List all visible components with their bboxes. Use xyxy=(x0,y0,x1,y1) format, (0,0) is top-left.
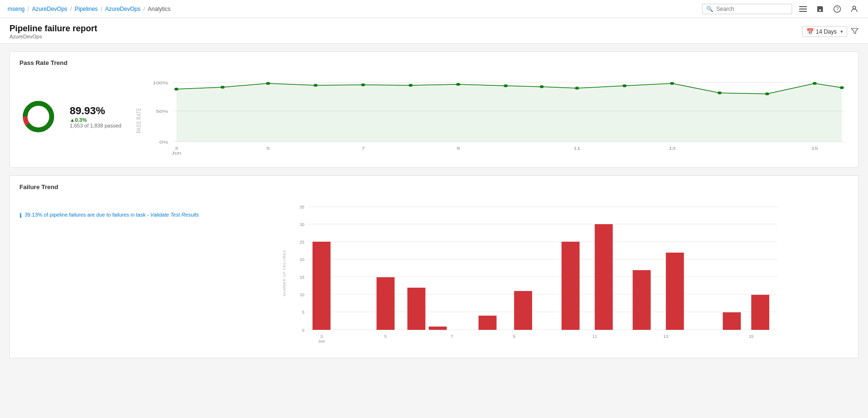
svg-point-18 xyxy=(266,82,270,85)
search-input[interactable] xyxy=(716,6,788,12)
svg-text:0%: 0% xyxy=(159,140,168,145)
sep3: / xyxy=(101,6,102,12)
svg-text:13: 13 xyxy=(664,334,668,339)
line-chart-area: PASS RATE 100% 50% 0% xyxy=(136,73,849,160)
svg-text:0: 0 xyxy=(302,328,305,333)
bar-day14 xyxy=(723,312,741,330)
svg-point-25 xyxy=(575,87,579,90)
svg-text:9: 9 xyxy=(513,334,516,339)
svg-text:50%: 50% xyxy=(156,109,168,114)
bar-day6c xyxy=(429,327,447,330)
bar-chart-left: ℹ 39.13% of pipeline failures are due to… xyxy=(19,197,199,219)
failure-trend-title: Failure Trend xyxy=(19,183,849,191)
rate-info: 89.93% ▲0.3% 1,653 of 1,838 passed xyxy=(70,105,121,128)
filter-button[interactable] xyxy=(851,27,859,36)
save-icon-button[interactable] xyxy=(814,4,826,14)
list-icon xyxy=(799,5,807,13)
svg-text:10: 10 xyxy=(300,292,305,297)
calendar-icon: 📅 xyxy=(806,28,814,35)
svg-text:?: ? xyxy=(836,7,839,12)
svg-rect-0 xyxy=(799,6,807,7)
svg-rect-1 xyxy=(799,9,807,9)
list-icon-button[interactable] xyxy=(797,4,809,14)
header-controls: 📅 14 Days ▾ xyxy=(802,26,859,37)
svg-text:15: 15 xyxy=(300,275,305,280)
failure-info-text: 39.13% of pipeline failures are due to f… xyxy=(25,211,199,218)
svg-text:15: 15 xyxy=(749,334,754,339)
svg-text:Jun: Jun xyxy=(171,151,181,155)
svg-text:20: 20 xyxy=(300,257,305,262)
svg-text:NUMBER OF FAILURES: NUMBER OF FAILURES xyxy=(282,250,286,296)
info-icon: ℹ xyxy=(19,212,22,219)
svg-point-16 xyxy=(174,88,178,91)
rate-change: ▲0.3% xyxy=(70,117,121,123)
bar-day11 xyxy=(633,270,651,330)
breadcrumb-azuredevops1[interactable]: AzureDevOps xyxy=(32,6,67,12)
page-header: Pipeline failure report AzureDevOps 📅 14… xyxy=(0,18,868,44)
svg-point-23 xyxy=(504,84,508,87)
svg-text:11: 11 xyxy=(592,334,597,339)
svg-point-19 xyxy=(314,84,318,87)
help-icon-button[interactable]: ? xyxy=(831,4,843,14)
svg-text:5: 5 xyxy=(266,146,269,151)
svg-marker-15 xyxy=(176,83,842,142)
svg-point-17 xyxy=(221,86,225,89)
pass-rate-left: 89.93% ▲0.3% 1,653 of 1,838 passed xyxy=(19,98,121,136)
svg-point-7 xyxy=(25,103,52,130)
svg-text:3: 3 xyxy=(175,146,178,151)
breadcrumb-mseng[interactable]: mseng xyxy=(8,6,25,12)
page-title-block: Pipeline failure report AzureDevOps xyxy=(9,24,97,39)
help-icon: ? xyxy=(833,5,841,13)
failure-trend-card: Failure Trend ℹ 39.13% of pipeline failu… xyxy=(9,175,859,358)
bar-day9 xyxy=(562,242,580,330)
topbar: mseng / AzureDevOps / Pipelines / AzureD… xyxy=(0,0,868,18)
svg-text:5: 5 xyxy=(385,334,387,339)
breadcrumb: mseng / AzureDevOps / Pipelines / AzureD… xyxy=(8,6,171,12)
svg-point-21 xyxy=(408,84,413,87)
pass-rate-title: Pass Rate Trend xyxy=(19,59,849,66)
svg-text:25: 25 xyxy=(300,240,305,245)
svg-rect-2 xyxy=(799,11,807,12)
pass-rate-card: Pass Rate Trend 89.93% ▲0 xyxy=(9,51,859,168)
svg-point-27 xyxy=(670,82,674,85)
days-selector[interactable]: 📅 14 Days ▾ xyxy=(802,26,847,37)
bar-day5 xyxy=(377,277,395,330)
bar-chart-svg: NUMBER OF FAILURES 35 30 25 20 xyxy=(213,197,849,349)
rate-percent: 89.93% xyxy=(70,105,121,117)
search-icon: 🔍 xyxy=(706,6,713,12)
search-box[interactable]: 🔍 xyxy=(702,4,792,14)
page-title: Pipeline failure report xyxy=(9,24,97,34)
main-content: Pass Rate Trend 89.93% ▲0 xyxy=(0,44,868,366)
sep4: / xyxy=(143,6,145,12)
svg-point-26 xyxy=(622,84,627,87)
days-label: 14 Days xyxy=(816,28,837,35)
bar-chart-container: ℹ 39.13% of pipeline failures are due to… xyxy=(19,197,849,350)
failure-info: ℹ 39.13% of pipeline failures are due to… xyxy=(19,211,199,219)
bar-day6 xyxy=(407,288,425,330)
breadcrumb-analytics: Analytics xyxy=(148,6,171,12)
breadcrumb-pipelines[interactable]: Pipelines xyxy=(74,6,98,12)
svg-text:9: 9 xyxy=(456,146,460,151)
line-chart-svg: PASS RATE 100% 50% 0% xyxy=(136,73,849,158)
svg-point-5 xyxy=(853,6,856,9)
svg-point-30 xyxy=(813,82,817,85)
svg-point-28 xyxy=(718,91,722,94)
pass-rate-content: 89.93% ▲0.3% 1,653 of 1,838 passed PASS … xyxy=(19,73,849,160)
bar-day7b xyxy=(479,316,497,330)
filter-icon xyxy=(851,27,859,35)
breadcrumb-azuredevops2[interactable]: AzureDevOps xyxy=(105,6,140,12)
svg-text:PASS RATE: PASS RATE xyxy=(136,108,142,133)
svg-text:Jun: Jun xyxy=(318,339,325,344)
sep2: / xyxy=(70,6,72,12)
bar-day10 xyxy=(595,224,613,330)
svg-text:7: 7 xyxy=(361,146,365,151)
rate-detail: 1,653 of 1,838 passed xyxy=(70,123,121,128)
page-subtitle: AzureDevOps xyxy=(9,34,97,39)
bar-day8 xyxy=(514,291,532,330)
svg-text:13: 13 xyxy=(669,146,675,151)
user-icon-button[interactable] xyxy=(848,4,860,14)
svg-text:35: 35 xyxy=(300,205,305,209)
bar-chart-svg-area: NUMBER OF FAILURES 35 30 25 20 xyxy=(213,197,849,350)
svg-point-29 xyxy=(765,92,769,95)
svg-point-22 xyxy=(456,83,461,86)
